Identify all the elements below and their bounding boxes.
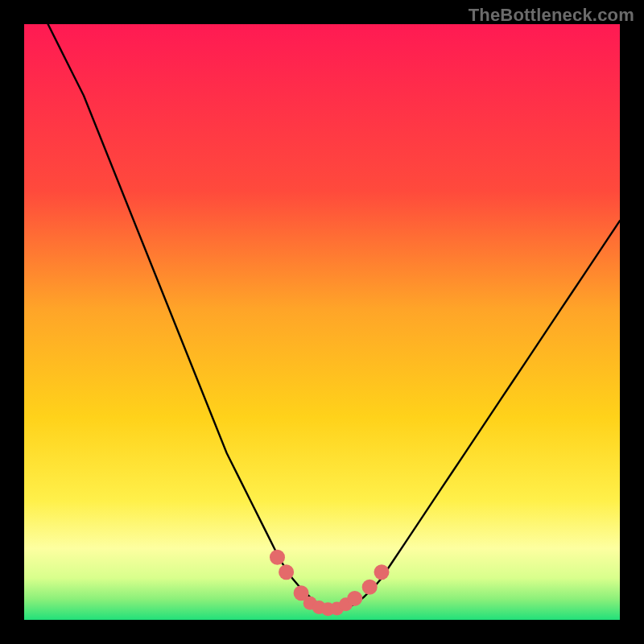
watermark-text: TheBottleneck.com	[469, 5, 634, 26]
chart-svg	[24, 24, 620, 620]
data-marker	[374, 564, 390, 580]
outer-frame: TheBottleneck.com	[0, 0, 644, 644]
data-marker	[270, 550, 285, 565]
data-marker	[347, 591, 362, 606]
data-marker	[279, 564, 294, 580]
plot-area	[24, 24, 620, 620]
data-marker	[362, 580, 378, 595]
bottleneck-curve	[48, 24, 620, 609]
